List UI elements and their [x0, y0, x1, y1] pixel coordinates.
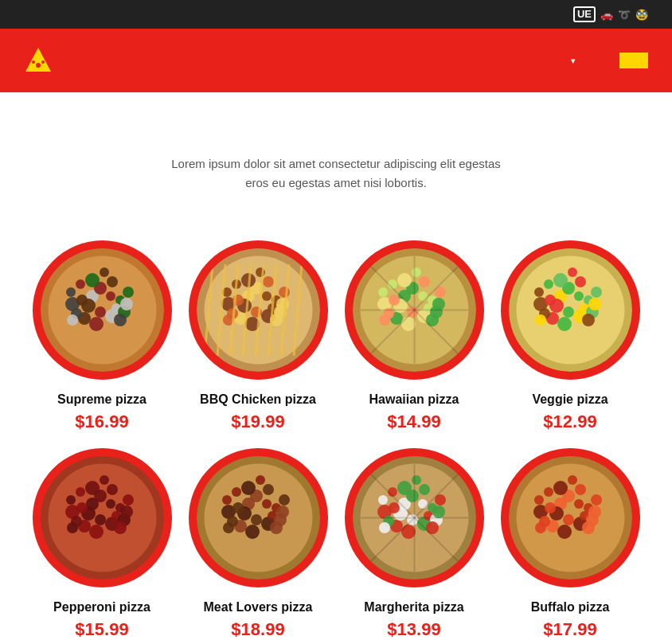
pizza-price: $17.99	[500, 619, 640, 640]
svg-point-118	[76, 487, 85, 497]
menu-description: Lorem ipsum dolor sit amet consectetur a…	[16, 154, 656, 193]
svg-point-176	[378, 495, 388, 505]
svg-point-85	[389, 295, 400, 306]
svg-point-198	[575, 484, 586, 495]
doordash-icon[interactable]: 🚗	[600, 9, 613, 21]
svg-point-202	[563, 514, 574, 525]
svg-point-184	[412, 475, 421, 485]
svg-point-185	[379, 522, 390, 533]
grubhub-icon[interactable]: ➰	[618, 9, 631, 21]
logo-pizza-icon	[24, 46, 53, 75]
svg-point-26	[106, 291, 115, 301]
svg-point-148	[251, 514, 262, 525]
svg-point-111	[582, 314, 595, 326]
postmates-icon[interactable]: 🥸	[635, 9, 648, 21]
svg-point-143	[232, 487, 241, 497]
svg-point-159	[256, 475, 265, 485]
pizza-price: $13.99	[344, 619, 484, 640]
pizza-card: Veggie pizza$12.99	[500, 240, 640, 432]
pizza-image[interactable]	[345, 240, 484, 380]
svg-point-108	[557, 317, 572, 331]
pizza-price: $12.99	[500, 412, 640, 432]
pizza-image[interactable]	[501, 240, 640, 380]
svg-point-219	[588, 505, 601, 518]
svg-point-119	[107, 484, 118, 495]
pizza-grid-row2: Pepperoni pizza$15.99 Meat Lovers pizza$…	[0, 448, 672, 640]
svg-point-206	[591, 494, 602, 505]
svg-point-187	[397, 481, 412, 495]
pizza-name: Meat Lovers pizza	[188, 600, 328, 615]
svg-point-189	[389, 502, 400, 513]
pizza-image[interactable]	[189, 448, 328, 587]
nav-pages[interactable]: ▾	[568, 57, 575, 65]
svg-point-164	[232, 502, 244, 513]
pizza-card: Meat Lovers pizza$18.99	[188, 448, 328, 640]
pizza-price: $19.99	[188, 412, 328, 432]
svg-point-1	[36, 63, 41, 68]
pizza-card: Margherita pizza$13.99	[344, 448, 484, 640]
svg-point-40	[279, 287, 290, 298]
svg-point-28	[120, 298, 133, 310]
pizza-image[interactable]	[33, 240, 172, 380]
svg-point-163	[262, 499, 272, 509]
ubereats-icon[interactable]: UE	[573, 6, 596, 22]
order-online-button[interactable]	[619, 53, 648, 68]
pizza-image[interactable]	[345, 448, 484, 587]
svg-point-160	[223, 522, 234, 533]
svg-point-133	[89, 525, 104, 539]
pizza-name: BBQ Chicken pizza	[188, 392, 328, 407]
pizza-name: Buffalo pizza	[500, 600, 640, 615]
pizza-grid-row1: Supreme pizza$16.99 BBQ Chicken pizza$19…	[0, 217, 672, 448]
svg-point-134	[100, 475, 109, 485]
svg-point-214	[535, 522, 546, 533]
svg-point-139	[76, 502, 88, 513]
pizza-image[interactable]	[189, 240, 328, 380]
svg-point-114	[545, 295, 556, 306]
svg-point-21	[89, 317, 104, 331]
pizza-price: $14.99	[344, 412, 484, 432]
pizza-card: Pepperoni pizza$15.99	[32, 448, 172, 640]
svg-point-218	[545, 502, 556, 513]
pizza-price: $18.99	[188, 619, 328, 640]
pizza-name: Veggie pizza	[500, 392, 640, 407]
pizza-card: BBQ Chicken pizza$19.99	[188, 240, 328, 432]
pizza-card: Supreme pizza$16.99	[32, 240, 172, 432]
main-nav: ▾	[501, 53, 648, 68]
svg-point-138	[106, 499, 115, 509]
svg-point-126	[66, 495, 76, 505]
svg-point-6	[76, 279, 85, 289]
svg-point-110	[535, 314, 546, 326]
pizza-image[interactable]	[501, 448, 640, 587]
svg-point-109	[568, 267, 577, 277]
pizza-image[interactable]	[33, 448, 172, 587]
svg-marker-0	[25, 48, 51, 72]
svg-point-65	[419, 276, 430, 287]
logo[interactable]	[24, 46, 61, 75]
svg-point-137	[85, 481, 100, 495]
svg-point-81	[379, 314, 390, 326]
svg-point-14	[66, 287, 76, 297]
pizza-name: Hawaiian pizza	[344, 392, 484, 407]
top-bar: UE 🚗 ➰ 🥸	[0, 0, 672, 29]
svg-point-212	[557, 525, 572, 539]
svg-point-152	[279, 494, 290, 505]
svg-point-127	[123, 494, 134, 505]
svg-point-169	[419, 484, 430, 495]
pizza-card: Hawaiian pizza$14.99	[344, 240, 484, 432]
svg-point-51	[262, 291, 272, 301]
svg-point-101	[534, 287, 544, 297]
svg-point-162	[241, 481, 256, 495]
svg-point-183	[401, 525, 416, 539]
svg-point-161	[270, 521, 283, 534]
svg-point-115	[588, 298, 601, 310]
svg-point-27	[76, 295, 88, 306]
delivery-options: UE 🚗 ➰ 🥸	[567, 6, 648, 22]
svg-point-25	[85, 273, 100, 287]
svg-point-102	[591, 287, 602, 298]
svg-point-215	[582, 521, 595, 534]
svg-point-205	[534, 495, 544, 505]
svg-point-213	[568, 475, 577, 485]
svg-point-140	[120, 505, 133, 518]
svg-point-216	[553, 481, 568, 495]
site-header: ▾	[0, 29, 672, 92]
